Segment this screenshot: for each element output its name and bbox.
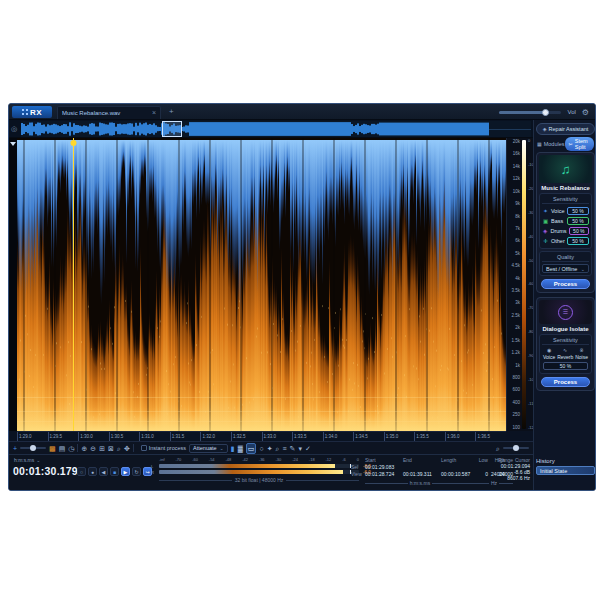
view-end-value[interactable]: 00:01:39.311 [403,472,432,477]
editor-area: 20k16k14k12k10k9k8k7k6k5k4.5k4k3.5k3k2.5… [9,138,533,491]
tab-modules[interactable]: ▦Modules [537,141,565,147]
stop-button[interactable]: ■ [110,467,119,476]
freq-tick-label: 250 [507,412,520,417]
freq-tick-label: 100 [507,425,520,430]
tab-stem-split[interactable]: ✂Stem Split [565,137,594,151]
col-label: Voice [543,354,555,360]
meter-channel-label: R [151,470,154,475]
drums-icon: ◈ [542,228,548,234]
noise-icon: ※ [580,347,584,353]
sel-start-value[interactable]: 00:01:29.083 [365,465,394,470]
brush-tool-icon[interactable]: ✎ [290,444,296,453]
di-mode-columns: ◉Voice ∿Reverb ※Noise [542,347,589,360]
divider [77,444,78,452]
process-button[interactable]: Process [541,377,590,387]
meter-track-left [159,464,359,468]
volume-slider-fill [499,111,545,114]
history-clock-icon[interactable]: ◷ [68,444,74,453]
bass-sensitivity-value[interactable]: 50 % [567,217,589,225]
freq-tick-label: 2.5k [507,313,520,318]
freq-tick-label: 1k [507,363,520,368]
find-similar-icon[interactable]: ⌕ [496,444,500,453]
monitor-icon[interactable]: ◎ [11,125,17,133]
tab-stem-split-label: Stem Split [575,138,590,150]
zoom-out-icon[interactable]: ⊖ [90,444,96,453]
hand-pan-icon[interactable]: ✥ [124,444,130,453]
editor-toolbar: + ▩▤◷ ⊕⊖⊞⊠⌕✥ Instant process Attenuate⌄ … [9,441,533,454]
magic-wand-icon[interactable]: ✦ [267,444,273,453]
spectrogram-display-icon[interactable]: ▓ [238,444,243,453]
loop-playback-button[interactable]: ○ [77,467,86,476]
voice-sensitivity-value[interactable]: 50 % [567,207,589,215]
process-mode-select[interactable]: Attenuate⌄ [189,444,228,453]
timeline-tick: 1:36.0 [445,432,476,441]
freq-tick-label: 16k [507,151,520,156]
lasso-selection-icon[interactable]: ○ [259,444,263,453]
play-button[interactable]: ▶ [121,467,130,476]
time-format-select[interactable]: h:m:s.ms⌄ [14,457,40,463]
chevron-down-icon: ⌄ [581,266,585,272]
quality-select[interactable]: Best / Offline⌄ [542,264,589,273]
chevron-down-icon[interactable]: ▾ [298,444,302,453]
process-mode-value: Attenuate [193,445,217,451]
freq-tick-label: 12k [507,176,520,181]
bass-icon: ▣ [542,218,549,224]
instant-process-toggle[interactable]: Instant process [141,445,186,451]
confirm-check-icon[interactable]: ✓ [305,444,311,453]
rewind-button[interactable]: ◀ [99,467,108,476]
spectrogram-view[interactable] [17,138,506,431]
freq-tick-label: 1.2k [507,350,520,355]
voice-icon: ✦ [542,208,549,214]
view-length-value[interactable]: 00:00:10.587 [441,472,470,477]
music-rebalance-module[interactable]: ♫ Music Rebalance Sensitivity ✦Voice50 %… [536,152,595,293]
drums-sensitivity-value[interactable]: 50 % [569,227,589,235]
tab-title: Music Rebalance.wav [62,110,148,116]
di-sensitivity-value[interactable]: 50 % [543,362,588,370]
file-format-info: 32 bit float | 48000 Hz [159,477,359,483]
di-noise-toggle[interactable]: ※Noise [575,347,588,360]
spectrogram-color-icon[interactable]: ▩ [49,444,56,453]
di-voice-toggle[interactable]: ◉Voice [543,347,555,360]
instant-process-checkbox[interactable] [141,445,147,451]
reverb-icon: ∿ [563,347,567,353]
module-artwork: ♫ [539,155,592,183]
file-tab[interactable]: Music Rebalance.wav× [57,106,161,119]
other-sensitivity-value[interactable]: 50 % [567,237,589,245]
volume-slider-knob[interactable] [542,109,549,116]
meter-scale-label: -48 [225,457,231,462]
record-button[interactable]: ● [88,467,97,476]
waveform-display-icon[interactable]: ▮ [231,444,235,453]
sensitivity-row-other: ✛Other50 % [542,236,589,246]
overview-strip: ◎ [9,120,533,138]
playhead-time[interactable]: 00:01:30.179 [13,465,78,477]
tab-close-icon[interactable]: × [152,110,156,116]
new-tab-button[interactable]: + [169,107,174,116]
volume-slider[interactable] [499,111,561,114]
di-reverb-toggle[interactable]: ∿Reverb [557,347,573,360]
settings-gear-icon[interactable]: ⚙ [582,108,589,117]
history-item[interactable]: Initial State [536,466,595,475]
waveform-overview[interactable] [21,121,531,137]
repair-assistant-button[interactable]: ◈Repair Assistant [536,123,595,135]
timeline-tick: 1:35.0 [384,432,415,441]
freq-low-value[interactable]: 0 [475,472,488,477]
layout-table-icon[interactable]: ▤ [59,444,66,453]
zoom-tool-icon[interactable]: ⌕ [276,444,280,453]
dialogue-isolate-module[interactable]: ☰ Dialogue Isolate Sensitivity ◉Voice ∿R… [536,297,595,391]
zoom-slider[interactable] [20,447,46,449]
magnifier-icon[interactable]: ⌕ [117,444,121,453]
rx-app-window: RX Music Rebalance.wav× + Vol ⚙ ◎ 20k16k… [8,103,596,491]
opacity-slider[interactable] [503,447,529,449]
time-selection-icon[interactable]: ▭ [246,443,257,454]
view-start-value[interactable]: 00:01:28.724 [365,472,394,477]
crosshair-icon[interactable]: + [13,444,17,453]
timeline-ruler[interactable]: 1:29.01:29.51:30.01:30.51:31.01:31.51:32… [17,431,506,441]
zoom-selection-icon[interactable]: ⊠ [108,444,114,453]
group-header: Quality [542,254,589,262]
row-label: Voice [551,208,565,214]
zoom-in-icon[interactable]: ⊕ [81,444,87,453]
process-button[interactable]: Process [541,279,590,289]
adjust-tool-icon[interactable]: ≡ [282,444,286,453]
zoom-fit-icon[interactable]: ⊞ [99,444,105,453]
repeat-button[interactable]: ↻ [132,467,141,476]
